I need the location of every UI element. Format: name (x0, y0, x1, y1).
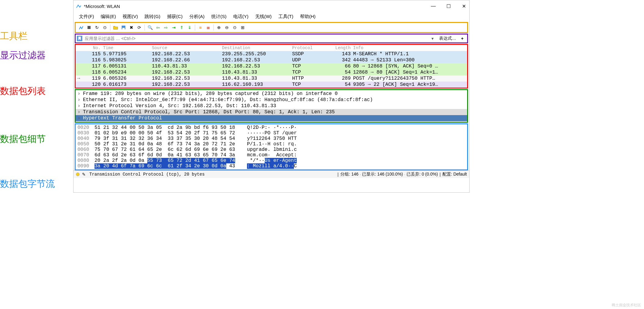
col-length[interactable]: Length (332, 45, 353, 50)
prev-icon[interactable]: ⇦ (154, 24, 162, 31)
goto-icon[interactable]: ⇥ (170, 24, 177, 31)
label-filter: 显示过滤器 (0, 47, 73, 64)
menu-go[interactable]: 跳转(G) (141, 13, 163, 20)
colorize-icon[interactable]: ≣ (205, 24, 212, 31)
byte-row[interactable]: 002051 21 32 44 00 50 3a 05 cd 2a 9b bd … (76, 125, 467, 130)
menu-capture[interactable]: 捕获(C) (164, 13, 186, 20)
wireshark-window: *Microsoft: WLAN — ☐ ✕ 文件(F) 编辑(E) 视图(V)… (73, 0, 470, 193)
byte-row[interactable]: 005050 2f 31 2e 31 0d 0a 48 6f 73 74 3a … (76, 141, 467, 147)
packet-row[interactable]: →1196.005326192.168.22.53110.43.81.33HTT… (76, 75, 467, 82)
col-info[interactable]: Info (353, 45, 467, 50)
menu-edit[interactable]: 编辑(E) (98, 13, 119, 20)
titlebar: *Microsoft: WLAN — ☐ ✕ (73, 0, 469, 12)
packet-list-header: No. Time Source Destination Protocol Len… (76, 45, 467, 51)
display-filter-bar: ▾ 表达式… + (75, 34, 468, 43)
label-packetlist: 数据包列表 (0, 82, 73, 100)
packet-row[interactable]: 1155.977195192.168.22.53239.255.255.250S… (76, 51, 467, 57)
col-source[interactable]: Source (152, 45, 222, 50)
last-icon[interactable]: ⇓ (186, 24, 193, 31)
byte-row[interactable]: 003001 02 b9 e9 00 00 50 4f 53 54 20 2f … (76, 130, 467, 136)
status-selection: Transmission Control Protocol (tcp), 20 … (89, 172, 205, 177)
restart-capture-icon[interactable]: ↻ (93, 24, 101, 31)
zoom-out-icon[interactable]: ⊖ (223, 24, 231, 31)
annotation-labels: 工具栏 显示过滤器 数据包列表 数据包细节 数据包字节流 (0, 0, 73, 193)
col-protocol[interactable]: Protocol (292, 45, 332, 50)
toolbar: ↻ ⊙ ✖ ⟳ 🔍 ⇦ ⇨ ⇥ ⇑ ⇓ ≡ ≣ ⊕ ⊖ ⊙ ⊞ (75, 22, 468, 33)
label-details: 数据包细节 (0, 130, 73, 148)
packet-details-pane[interactable]: ›Frame 119: 289 bytes on wire (2312 bits… (75, 89, 468, 123)
menu-telephony[interactable]: 电话(Y) (230, 13, 252, 20)
col-no[interactable]: No. (82, 45, 103, 50)
bookmark-icon[interactable] (77, 36, 82, 41)
status-profile: 配置: Default (442, 172, 467, 177)
autoscroll-icon[interactable]: ≡ (197, 24, 204, 31)
byte-row[interactable]: 00903a 20 4d 6f 7a 69 6c 6c 61 2f 34 2e … (76, 163, 467, 169)
app-icon (76, 3, 81, 9)
menu-view[interactable]: 视图(V) (120, 13, 141, 20)
detail-http[interactable]: ›Hypertext Transfer Protocol (76, 115, 467, 121)
minimize-button[interactable]: — (430, 3, 436, 9)
detail-frame[interactable]: ›Frame 119: 289 bytes on wire (2312 bits… (76, 91, 467, 97)
options-icon[interactable]: ⊙ (101, 24, 109, 31)
open-icon[interactable] (112, 24, 119, 31)
stop-capture-icon[interactable] (85, 24, 93, 31)
byte-row[interactable]: 008020 2a 2f 2a 0d 0a 55 73 65 72 2d 41 … (76, 158, 467, 163)
menu-tools[interactable]: 工具(T) (275, 13, 296, 20)
next-icon[interactable]: ⇨ (162, 24, 170, 31)
close-file-icon[interactable]: ✖ (128, 24, 135, 31)
save-icon[interactable] (120, 24, 127, 31)
label-bytes: 数据包字节流 (0, 175, 73, 193)
col-destination[interactable]: Destination (222, 45, 292, 50)
menu-help[interactable]: 帮助(H) (297, 13, 319, 20)
reload-icon[interactable]: ⟳ (136, 24, 143, 31)
status-bar: ✎ Transmission Control Protocol (tcp), 2… (73, 170, 469, 178)
menu-wireless[interactable]: 无线(W) (252, 13, 275, 20)
status-shown: 已显示: 146 (100.0%) (362, 172, 403, 177)
svg-rect-2 (122, 28, 125, 29)
packet-row[interactable]: 1176.005131110.43.81.33192.168.22.53TCP6… (76, 63, 467, 69)
start-capture-icon[interactable] (77, 24, 85, 31)
byte-row[interactable]: 00706d 63 6d 2e 63 6f 6d 0d 0a 41 63 63 … (76, 152, 467, 158)
byte-row[interactable]: 004079 3f 31 31 32 32 36 34 33 37 35 30 … (76, 136, 467, 141)
status-dropped: 已丢弃: 0 (0.0%) (406, 172, 438, 177)
resize-columns-icon[interactable]: ⊞ (239, 24, 246, 31)
filter-input[interactable] (84, 35, 428, 42)
first-icon[interactable]: ⇑ (178, 24, 185, 31)
expert-info-icon[interactable] (76, 173, 80, 176)
find-icon[interactable]: 🔍 (146, 24, 154, 31)
zoom-in-icon[interactable]: ⊕ (215, 24, 223, 31)
menubar: 文件(F) 编辑(E) 视图(V) 跳转(G) 捕获(C) 分析(A) 统计(S… (73, 12, 469, 21)
menu-stats[interactable]: 统计(S) (208, 13, 230, 20)
zoom-reset-icon[interactable]: ⊙ (231, 24, 238, 31)
status-groups: 分组: 146 (340, 172, 358, 177)
menu-file[interactable]: 文件(F) (76, 13, 97, 20)
maximize-button[interactable]: ☐ (445, 3, 452, 9)
edit-icon[interactable]: ✎ (82, 172, 87, 177)
packet-row[interactable]: 1206.016173192.168.22.53116.62.160.193TC… (76, 82, 467, 88)
packet-row[interactable]: 1186.005234192.168.22.53110.43.81.33TCP5… (76, 69, 467, 75)
detail-ip[interactable]: ›Internet Protocol Version 4, Src: 192.1… (76, 103, 467, 109)
label-toolbar: 工具栏 (0, 27, 73, 45)
packet-list-pane[interactable]: No. Time Source Destination Protocol Len… (75, 44, 468, 89)
close-button[interactable]: ✕ (461, 3, 467, 9)
filter-dropdown-icon[interactable]: ▾ (430, 36, 435, 41)
filter-add-button[interactable]: + (460, 36, 466, 41)
filter-expression-button[interactable]: 表达式… (437, 36, 459, 41)
svg-rect-0 (88, 26, 91, 29)
detail-tcp[interactable]: ›Transmission Control Protocol, Src Port… (76, 109, 467, 115)
col-time[interactable]: Time (103, 45, 152, 50)
byte-row[interactable]: 006075 70 67 72 61 64 65 2e 6c 62 6d 69 … (76, 147, 467, 152)
packet-bytes-pane[interactable]: 002051 21 32 44 00 50 3a 05 cd 2a 9b bd … (75, 123, 468, 170)
window-title: *Microsoft: WLAN (84, 4, 430, 9)
detail-ethernet[interactable]: ›Ethernet II, Src: IntelCor_6e:f7:99 (e4… (76, 97, 467, 103)
packet-row[interactable]: 1165.983025192.168.22.66192.168.22.53UDP… (76, 57, 467, 63)
menu-analyze[interactable]: 分析(A) (186, 13, 208, 20)
